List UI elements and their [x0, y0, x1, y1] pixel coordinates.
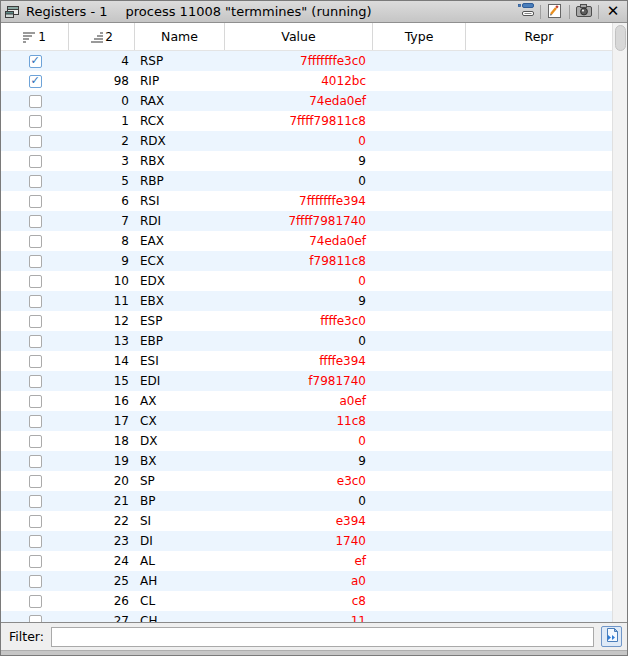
- table-row[interactable]: 10 EDX 0: [1, 271, 612, 291]
- table-row[interactable]: 21 BP 0: [1, 491, 612, 511]
- register-type: [373, 151, 466, 171]
- table-row[interactable]: 98 RIP 4012bc: [1, 71, 612, 91]
- favorite-checkbox[interactable]: [29, 495, 42, 508]
- register-name: BX: [135, 451, 225, 471]
- table-row[interactable]: 1 RCX 7ffff79811c8: [1, 111, 612, 131]
- register-number: 17: [69, 411, 135, 431]
- column-header-number[interactable]: 2: [69, 23, 135, 50]
- register-type: [373, 471, 466, 491]
- register-name: AH: [135, 571, 225, 591]
- favorite-checkbox[interactable]: [29, 215, 42, 228]
- register-name: RSP: [135, 51, 225, 71]
- table-row[interactable]: 26 CL c8: [1, 591, 612, 611]
- snapshot-button[interactable]: [574, 3, 594, 21]
- favorite-checkbox[interactable]: [29, 295, 42, 308]
- favorite-checkbox[interactable]: [29, 95, 42, 108]
- column-header-value[interactable]: Value: [225, 23, 373, 50]
- register-number: 8: [69, 231, 135, 251]
- favorite-checkbox[interactable]: [29, 335, 42, 348]
- close-button[interactable]: ✕: [603, 3, 623, 21]
- favorite-checkbox[interactable]: [29, 55, 42, 68]
- favorite-checkbox[interactable]: [29, 175, 42, 188]
- filter-options-button[interactable]: [601, 626, 622, 647]
- favorite-checkbox[interactable]: [29, 355, 42, 368]
- table-row[interactable]: 12 ESP ffffe3c0: [1, 311, 612, 331]
- favorite-checkbox[interactable]: [29, 115, 42, 128]
- favorite-checkbox[interactable]: [29, 195, 42, 208]
- favorite-checkbox[interactable]: [29, 415, 42, 428]
- table-row[interactable]: 24 AL ef: [1, 551, 612, 571]
- favorite-checkbox[interactable]: [29, 535, 42, 548]
- table-row[interactable]: 17 CX 11c8: [1, 411, 612, 431]
- table-row[interactable]: 15 EDI f7981740: [1, 371, 612, 391]
- register-repr: [466, 571, 612, 591]
- favorite-checkbox[interactable]: [29, 615, 42, 623]
- title-bar[interactable]: Registers - 1 process 11008 "termmines" …: [1, 1, 627, 23]
- register-selection-button[interactable]: [516, 3, 536, 21]
- favorite-checkbox[interactable]: [29, 235, 42, 248]
- register-type: [373, 551, 466, 571]
- table-row[interactable]: 16 AX a0ef: [1, 391, 612, 411]
- favorite-checkbox[interactable]: [29, 155, 42, 168]
- register-repr: [466, 111, 612, 131]
- table-row[interactable]: 20 SP e3c0: [1, 471, 612, 491]
- favorite-checkbox[interactable]: [29, 435, 42, 448]
- favorite-checkbox[interactable]: [29, 555, 42, 568]
- register-number: 12: [69, 311, 135, 331]
- favorite-checkbox[interactable]: [29, 595, 42, 608]
- vertical-scrollbar[interactable]: [612, 23, 627, 622]
- table-row[interactable]: 23 DI 1740: [1, 531, 612, 551]
- favorite-checkbox[interactable]: [29, 575, 42, 588]
- favorite-checkbox[interactable]: [29, 135, 42, 148]
- favorite-checkbox[interactable]: [29, 315, 42, 328]
- register-number: 13: [69, 331, 135, 351]
- register-number: 15: [69, 371, 135, 391]
- register-name: SI: [135, 511, 225, 531]
- register-value: ef: [225, 551, 373, 571]
- table-row[interactable]: 3 RBX 9: [1, 151, 612, 171]
- table-row[interactable]: 13 EBP 0: [1, 331, 612, 351]
- register-number: 3: [69, 151, 135, 171]
- scrollbar-thumb[interactable]: [615, 25, 626, 51]
- register-number: 24: [69, 551, 135, 571]
- table-row[interactable]: 9 ECX f79811c8: [1, 251, 612, 271]
- favorite-checkbox[interactable]: [29, 375, 42, 388]
- favorite-checkbox[interactable]: [29, 275, 42, 288]
- register-type: [373, 371, 466, 391]
- table-row[interactable]: 19 BX 9: [1, 451, 612, 471]
- column-header-name[interactable]: Name: [135, 23, 225, 50]
- favorite-checkbox[interactable]: [29, 255, 42, 268]
- table-row[interactable]: 4 RSP 7fffffffe3c0: [1, 51, 612, 71]
- table-row[interactable]: 8 EAX 74eda0ef: [1, 231, 612, 251]
- register-type: [373, 191, 466, 211]
- table-row[interactable]: 27 CH 11: [1, 611, 612, 622]
- favorite-checkbox[interactable]: [29, 395, 42, 408]
- favorite-checkbox[interactable]: [29, 75, 42, 88]
- favorite-checkbox[interactable]: [29, 455, 42, 468]
- table-row[interactable]: 11 EBX 9: [1, 291, 612, 311]
- filter-input[interactable]: [51, 627, 594, 647]
- edit-register-button[interactable]: [545, 3, 565, 21]
- register-repr: [466, 311, 612, 331]
- table-row[interactable]: 0 RAX 74eda0ef: [1, 91, 612, 111]
- register-name: RBP: [135, 171, 225, 191]
- favorite-checkbox[interactable]: [29, 515, 42, 528]
- window-resize-edge[interactable]: [1, 650, 627, 655]
- column-header-favorite[interactable]: 1: [1, 23, 69, 50]
- column-header-repr[interactable]: Repr: [466, 23, 612, 50]
- favorite-checkbox[interactable]: [29, 475, 42, 488]
- table-row[interactable]: 25 AH a0: [1, 571, 612, 591]
- table-row[interactable]: 5 RBP 0: [1, 171, 612, 191]
- table-row[interactable]: 7 RDI 7ffff7981740: [1, 211, 612, 231]
- register-repr: [466, 431, 612, 451]
- register-name: CX: [135, 411, 225, 431]
- register-type: [373, 271, 466, 291]
- table-row[interactable]: 2 RDX 0: [1, 131, 612, 151]
- table-row[interactable]: 6 RSI 7fffffffe394: [1, 191, 612, 211]
- table-row[interactable]: 14 ESI ffffe394: [1, 351, 612, 371]
- column-header-type[interactable]: Type: [373, 23, 466, 50]
- table-row[interactable]: 22 SI e394: [1, 511, 612, 531]
- register-repr: [466, 411, 612, 431]
- register-repr: [466, 191, 612, 211]
- table-row[interactable]: 18 DX 0: [1, 431, 612, 451]
